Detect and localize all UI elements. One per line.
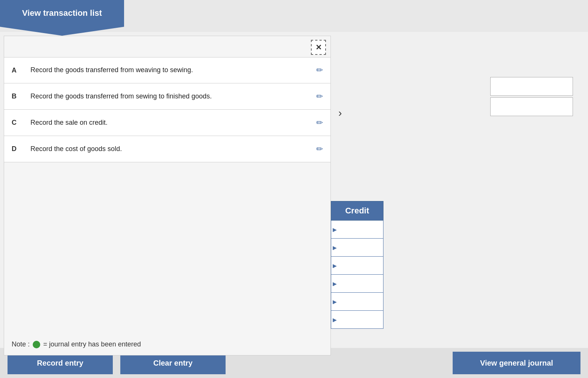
edit-icon-b[interactable]: ✏ [316, 92, 323, 101]
main-container: ✕ A Record the goods transferred from we… [0, 32, 588, 378]
credit-cell-5[interactable]: ▶ [331, 293, 383, 311]
credit-input-2[interactable] [338, 245, 383, 251]
credit-input-4[interactable] [338, 281, 383, 287]
note-bar: Note : = journal entry has been entered [4, 334, 330, 355]
transaction-list: A Record the goods transferred from weav… [4, 57, 330, 334]
credit-header: Credit [331, 201, 383, 221]
cell-arrow-1: ▶ [333, 227, 337, 233]
input-area-top [490, 77, 573, 118]
cell-arrow-4: ▶ [333, 281, 337, 287]
modal-panel: ✕ A Record the goods transferred from we… [4, 36, 331, 355]
credit-input-3[interactable] [338, 263, 383, 269]
green-dot-icon [33, 341, 40, 348]
item-text-a: Record the goods transferred from weavin… [30, 65, 312, 75]
credit-cell-1[interactable]: ▶ [331, 221, 383, 239]
credit-cell-4[interactable]: ▶ [331, 275, 383, 293]
credit-input-1[interactable] [338, 227, 383, 233]
note-prefix: Note : [12, 340, 30, 348]
credit-cell-2[interactable]: ▶ [331, 239, 383, 257]
cell-arrow-6: ▶ [333, 317, 337, 323]
item-letter-d: D [12, 145, 23, 153]
cell-arrow-5: ▶ [333, 299, 337, 305]
item-text-c: Record the sale on credit. [30, 118, 312, 127]
close-icon: ✕ [315, 43, 322, 52]
note-text: = journal entry has been entered [43, 340, 141, 348]
edit-icon-c[interactable]: ✏ [316, 118, 323, 128]
credit-cell-6[interactable]: ▶ [331, 311, 383, 329]
credit-section: Credit ▶ ▶ ▶ ▶ ▶ ▶ [331, 201, 383, 329]
input-field-1[interactable] [490, 77, 573, 96]
view-transaction-list-tab[interactable]: View transaction list [0, 0, 124, 36]
table-row: B Record the goods transferred from sewi… [4, 83, 330, 110]
item-letter-b: B [12, 92, 23, 100]
tab-label: View transaction list [22, 8, 102, 18]
credit-input-5[interactable] [338, 299, 383, 305]
table-row: C Record the sale on credit. ✏ [4, 110, 330, 136]
item-letter-c: C [12, 119, 23, 127]
modal-header: ✕ [4, 36, 330, 57]
edit-icon-d[interactable]: ✏ [316, 144, 323, 154]
item-letter-a: A [12, 67, 23, 74]
item-text-b: Record the goods transferred from sewing… [30, 92, 312, 101]
table-row: A Record the goods transferred from weav… [4, 57, 330, 83]
credit-cell-3[interactable]: ▶ [331, 257, 383, 275]
credit-input-6[interactable] [338, 317, 383, 323]
table-row: D Record the cost of goods sold. ✏ [4, 136, 330, 162]
cell-arrow-3: ▶ [333, 263, 337, 269]
edit-icon-a[interactable]: ✏ [316, 65, 323, 75]
close-button[interactable]: ✕ [311, 40, 326, 55]
view-general-journal-button[interactable]: View general journal [453, 352, 580, 374]
chevron-right-icon[interactable]: › [338, 107, 342, 119]
cell-arrow-2: ▶ [333, 245, 337, 251]
input-field-2[interactable] [490, 97, 573, 116]
item-text-d: Record the cost of goods sold. [30, 144, 312, 154]
